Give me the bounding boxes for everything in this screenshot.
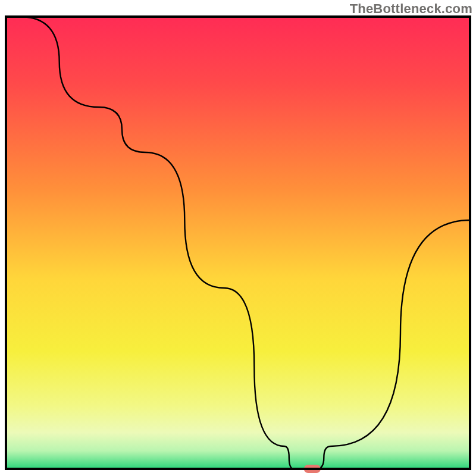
chart-frame: TheBottleneck.com xyxy=(0,0,476,476)
bottleneck-chart xyxy=(0,0,476,476)
plot-background xyxy=(6,17,470,469)
watermark-label: TheBottleneck.com xyxy=(350,1,472,17)
